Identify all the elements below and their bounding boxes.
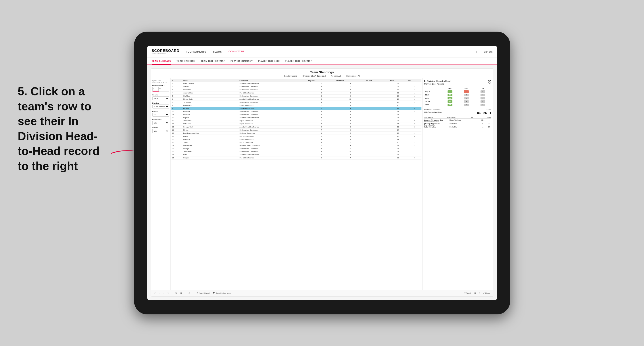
school-cell: Arkansas (182, 113, 238, 116)
table-row[interactable]: 17 East Tennessee State Southern Confere… (172, 132, 422, 135)
reg-rank-cell: 4 (307, 126, 336, 129)
sub-nav-team-summary[interactable]: TEAM SUMMARY (152, 58, 171, 64)
table-row[interactable]: 16 Florida Southeastern Conference 7 9 2… (172, 129, 422, 132)
toolbar-sep-1 (172, 292, 172, 295)
school-select[interactable]: (All) (152, 129, 169, 133)
filter-gender: Gender Men's (152, 94, 169, 100)
sub-nav-player-h2h-grid[interactable]: PLAYER H2H GRID (258, 58, 280, 64)
region-select[interactable]: N/A (152, 113, 169, 117)
col-win: Win (407, 79, 421, 82)
wlt-val: 86 - 26 - 1 (477, 111, 491, 115)
win-cell: 3 (407, 107, 421, 110)
school-cell: Vanderbilt (182, 88, 238, 91)
conference-cell: Atlantic Coast Conference (238, 153, 307, 157)
rnds-cell: 24 (389, 138, 407, 141)
table-row[interactable]: 13 Texas Tech Big 12 Conference 1 9 27 2 (172, 119, 422, 122)
grid-button[interactable]: ⊞ (180, 292, 183, 295)
win-cell: 1 (407, 98, 421, 101)
table-row[interactable]: 14 Oklahoma Big 12 Conference 2 9 24 2 (172, 122, 422, 126)
clock-button[interactable]: ⏱ (188, 292, 191, 295)
tourney-col-type: Event Type (447, 116, 456, 118)
table-row[interactable]: 4 Arizona State Pac-12 Conference 4 6 26… (172, 91, 422, 95)
table-row[interactable]: 11 Arkansas Southeastern Conference 6 8 … (172, 113, 422, 116)
nav-tournaments[interactable]: TOURNAMENTS (186, 49, 206, 54)
table-row[interactable]: 20 Texas Big 12 Conference 3 7 20 2 (172, 141, 422, 144)
undo-button[interactable]: ↩ (153, 292, 157, 295)
layout-button[interactable]: ⊡ (474, 292, 477, 295)
table-row[interactable]: 7 Tennessee Southeastern Conference 4 6 … (172, 101, 422, 104)
table-row[interactable]: 18 Illinois Big Ten Conference 1 9 23 3 (172, 135, 422, 138)
sub-nav-player-summary[interactable]: PLAYER SUMMARY (230, 58, 253, 64)
sign-out-button[interactable]: Sign out (484, 50, 492, 53)
table-row[interactable]: 2 Auburn Southeastern Conference 2 1 27 … (172, 85, 422, 88)
h2h-close-button[interactable]: ✕ (488, 80, 491, 84)
no-tour-cell (365, 116, 389, 119)
nav-teams[interactable]: TEAMS (213, 49, 222, 54)
save-custom-view-button[interactable]: 💾 Save Custom View (212, 292, 232, 295)
table-row[interactable]: 23 Texas A&M Southeastern Conference 9 1… (172, 150, 422, 153)
table-row[interactable]: 10 Alabama Southeastern Conference 5 8 2… (172, 110, 422, 113)
conference-select[interactable]: (All) (152, 121, 169, 125)
table-row[interactable]: 3 Vanderbilt Southeastern Conference 2 8… (172, 88, 422, 91)
table-row[interactable]: 15 Georgia Tech Atlantic Coast Conferenc… (172, 126, 422, 129)
share-button[interactable]: ↗ Share (482, 292, 491, 295)
filter-division: Division NCAA Division I (152, 102, 169, 109)
rank-cell: 18 (172, 135, 182, 138)
table-row[interactable]: 6 Florida State Atlantic Coast Conferenc… (172, 98, 422, 101)
min-rounds-slider[interactable] (152, 91, 169, 92)
redo-button[interactable]: ↪ (166, 292, 170, 295)
h2h-tie-cell: 0 (475, 93, 491, 97)
sub-nav-team-h2h-heatmap[interactable]: TEAM H2H HEATMAP (201, 58, 225, 64)
conference-cell: Big 12 Conference (238, 141, 307, 144)
h2h-win-cell: 11 (442, 93, 458, 97)
table-row[interactable]: 24 Duke Atlantic Coast Conference 5 9 27… (172, 153, 422, 157)
table-row[interactable]: 19 California Pac-12 Conference 4 8 24 2 (172, 138, 422, 141)
school-cell: Illinois (182, 135, 238, 138)
h2h-row: 26-50 25 2 1 (424, 97, 491, 100)
rnds-cell: 23 (389, 104, 407, 107)
table-row[interactable]: 21 New Mexico Mountain West Conference 1… (172, 144, 422, 147)
rnds-cell: 23 (389, 88, 407, 91)
rank-cell: 6 (172, 98, 182, 101)
conf-rank-cell: 8 (336, 116, 365, 119)
table-row[interactable]: 5 Ole Miss Southeastern Conference 3 6 1… (172, 95, 422, 98)
copy-button[interactable]: ⧉ (174, 292, 178, 295)
reg-rank-cell: 2 (307, 88, 336, 91)
tournament-rows: Jackson T. Stephens Cup Men's Match-Play… (424, 119, 491, 128)
min-rounds-input[interactable] (152, 87, 158, 91)
table-row[interactable]: 8 Washington Pac-12 Conference 2 8 23 1 (172, 104, 422, 107)
nav-committee[interactable]: COMMITTEE (228, 49, 244, 54)
win-cell: 4 (407, 132, 421, 135)
table-row[interactable]: 25 Oregon Pac-12 Conference 5 7 21 0 (172, 157, 422, 160)
columns-button[interactable]: ≡ (478, 292, 481, 295)
h2h-loss-cell: 13 (458, 90, 475, 93)
table-header-row: # School Conference Reg Rank Conf Rank N… (172, 79, 422, 82)
table-area: # School Conference Reg Rank Conf Rank N… (170, 78, 422, 290)
gender-select[interactable]: Men's (152, 96, 169, 100)
reg-rank-cell: 3 (307, 116, 336, 119)
table-row[interactable]: 22 Georgia Southeastern Conference 8 7 2… (172, 147, 422, 150)
step-forward-button[interactable]: › (162, 292, 165, 295)
conf-rank-cell: 8 (336, 138, 365, 141)
no-tour-cell (365, 138, 389, 141)
sub-nav-team-h2h-grid[interactable]: TEAM H2H GRID (176, 58, 195, 64)
view-original-button[interactable]: 👁 View: Original (196, 292, 210, 295)
table-row[interactable]: 1 North Carolina Atlantic Coast Conferen… (172, 82, 422, 85)
table-row[interactable]: 12 Virginia Atlantic Coast Conference 3 … (172, 116, 422, 119)
rank-cell: 9 (172, 107, 182, 110)
step-back-button[interactable]: ‹ (158, 292, 161, 295)
table-row[interactable]: 9 Arizona Pac-12 Conference 1 3 23 3 (172, 107, 422, 110)
wlt-row: W-L-T record in-division: 86 - 26 - 1 (424, 111, 491, 115)
annotation-text: 5. Click on a team's row to see their In… (18, 84, 110, 174)
rnds-cell: 23 (389, 82, 407, 85)
col-reg-rank: Reg Rank (307, 79, 336, 82)
no-tour-cell (365, 144, 389, 147)
division-select[interactable]: NCAA Division I (152, 105, 169, 109)
rnds-cell: 27 (389, 85, 407, 88)
reg-rank-cell: 4 (307, 101, 336, 104)
h2h-range-label: >100 (424, 103, 442, 107)
sub-nav-player-h2h-heatmap[interactable]: PLAYER H2H HEATMAP (285, 58, 312, 64)
reg-rank-cell: 5 (307, 157, 336, 160)
no-tour-cell (365, 157, 389, 160)
watch-button[interactable]: 👁 Watch (463, 292, 472, 295)
